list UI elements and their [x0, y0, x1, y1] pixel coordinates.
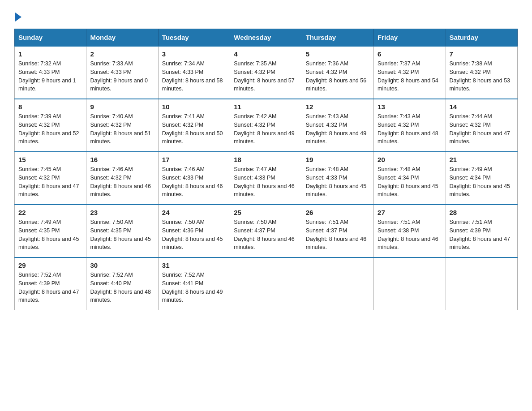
day-number: 18: [234, 156, 298, 163]
week-row-1: 1Sunrise: 7:32 AMSunset: 4:33 PMDaylight…: [15, 46, 518, 99]
day-info: Sunrise: 7:52 AMSunset: 4:40 PMDaylight:…: [90, 271, 154, 304]
day-number: 24: [162, 209, 226, 216]
calendar-cell: [230, 257, 302, 310]
day-number: 12: [306, 103, 370, 111]
calendar-cell: 1Sunrise: 7:32 AMSunset: 4:33 PMDaylight…: [15, 46, 86, 99]
day-number: 17: [162, 156, 226, 163]
logo: [14, 11, 21, 21]
day-info: Sunrise: 7:51 AMSunset: 4:37 PMDaylight:…: [306, 218, 370, 252]
day-info: Sunrise: 7:47 AMSunset: 4:33 PMDaylight:…: [234, 165, 298, 199]
day-number: 28: [450, 209, 514, 216]
col-header-monday: Monday: [86, 29, 158, 47]
day-info: Sunrise: 7:45 AMSunset: 4:32 PMDaylight:…: [18, 165, 82, 199]
day-info: Sunrise: 7:37 AMSunset: 4:32 PMDaylight:…: [378, 60, 442, 93]
day-number: 23: [90, 209, 154, 216]
day-info: Sunrise: 7:38 AMSunset: 4:32 PMDaylight:…: [450, 60, 514, 93]
day-info: Sunrise: 7:41 AMSunset: 4:32 PMDaylight:…: [162, 112, 226, 146]
calendar-cell: 31Sunrise: 7:52 AMSunset: 4:41 PMDayligh…: [158, 257, 230, 310]
day-number: 25: [234, 209, 298, 216]
day-info: Sunrise: 7:44 AMSunset: 4:32 PMDaylight:…: [450, 112, 514, 146]
calendar-cell: 7Sunrise: 7:38 AMSunset: 4:32 PMDaylight…: [446, 46, 517, 99]
day-info: Sunrise: 7:40 AMSunset: 4:32 PMDaylight:…: [90, 112, 154, 146]
day-number: 4: [234, 50, 298, 58]
calendar-cell: 2Sunrise: 7:33 AMSunset: 4:33 PMDaylight…: [86, 46, 158, 99]
day-info: Sunrise: 7:39 AMSunset: 4:32 PMDaylight:…: [18, 112, 82, 146]
calendar-cell: 13Sunrise: 7:43 AMSunset: 4:32 PMDayligh…: [374, 99, 446, 152]
day-info: Sunrise: 7:50 AMSunset: 4:36 PMDaylight:…: [162, 218, 226, 252]
calendar-cell: 10Sunrise: 7:41 AMSunset: 4:32 PMDayligh…: [158, 99, 230, 152]
day-number: 13: [378, 103, 442, 111]
day-info: Sunrise: 7:42 AMSunset: 4:32 PMDaylight:…: [234, 112, 298, 146]
calendar-cell: 16Sunrise: 7:46 AMSunset: 4:32 PMDayligh…: [86, 152, 158, 205]
day-info: Sunrise: 7:50 AMSunset: 4:35 PMDaylight:…: [90, 218, 154, 252]
col-header-wednesday: Wednesday: [230, 29, 302, 47]
calendar-cell: [302, 257, 373, 310]
week-row-4: 22Sunrise: 7:49 AMSunset: 4:35 PMDayligh…: [15, 205, 518, 257]
calendar-cell: 27Sunrise: 7:51 AMSunset: 4:38 PMDayligh…: [374, 205, 446, 257]
col-header-tuesday: Tuesday: [158, 29, 230, 47]
day-number: 19: [306, 156, 370, 163]
day-info: Sunrise: 7:46 AMSunset: 4:32 PMDaylight:…: [90, 165, 154, 199]
day-number: 1: [18, 50, 82, 58]
day-number: 14: [450, 103, 514, 111]
day-info: Sunrise: 7:32 AMSunset: 4:33 PMDaylight:…: [18, 60, 82, 93]
calendar-header-row: SundayMondayTuesdayWednesdayThursdayFrid…: [15, 29, 518, 47]
day-number: 26: [306, 209, 370, 216]
calendar-cell: 9Sunrise: 7:40 AMSunset: 4:32 PMDaylight…: [86, 99, 158, 152]
calendar-cell: [374, 257, 446, 310]
day-info: Sunrise: 7:48 AMSunset: 4:34 PMDaylight:…: [378, 165, 442, 199]
day-info: Sunrise: 7:49 AMSunset: 4:35 PMDaylight:…: [18, 218, 82, 252]
day-number: 16: [90, 156, 154, 163]
day-number: 7: [450, 50, 514, 58]
day-number: 6: [378, 50, 442, 58]
page-header: [14, 11, 518, 21]
calendar-cell: 12Sunrise: 7:43 AMSunset: 4:32 PMDayligh…: [302, 99, 373, 152]
day-info: Sunrise: 7:52 AMSunset: 4:39 PMDaylight:…: [18, 271, 82, 304]
day-info: Sunrise: 7:48 AMSunset: 4:33 PMDaylight:…: [306, 165, 370, 199]
calendar-cell: 21Sunrise: 7:49 AMSunset: 4:34 PMDayligh…: [446, 152, 517, 205]
day-info: Sunrise: 7:46 AMSunset: 4:33 PMDaylight:…: [162, 165, 226, 199]
calendar-cell: 18Sunrise: 7:47 AMSunset: 4:33 PMDayligh…: [230, 152, 302, 205]
col-header-sunday: Sunday: [15, 29, 86, 47]
calendar-cell: 5Sunrise: 7:36 AMSunset: 4:32 PMDaylight…: [302, 46, 373, 99]
calendar-cell: 30Sunrise: 7:52 AMSunset: 4:40 PMDayligh…: [86, 257, 158, 310]
calendar-cell: 25Sunrise: 7:50 AMSunset: 4:37 PMDayligh…: [230, 205, 302, 257]
week-row-5: 29Sunrise: 7:52 AMSunset: 4:39 PMDayligh…: [15, 257, 518, 310]
day-number: 22: [18, 209, 82, 216]
day-number: 15: [18, 156, 82, 163]
day-number: 27: [378, 209, 442, 216]
logo-arrow-icon: [15, 13, 21, 21]
day-number: 20: [378, 156, 442, 163]
day-number: 2: [90, 50, 154, 58]
day-info: Sunrise: 7:51 AMSunset: 4:38 PMDaylight:…: [378, 218, 442, 252]
calendar-cell: 28Sunrise: 7:51 AMSunset: 4:39 PMDayligh…: [446, 205, 517, 257]
calendar-cell: 6Sunrise: 7:37 AMSunset: 4:32 PMDaylight…: [374, 46, 446, 99]
calendar-cell: [446, 257, 517, 310]
calendar-cell: 29Sunrise: 7:52 AMSunset: 4:39 PMDayligh…: [15, 257, 86, 310]
calendar-cell: 22Sunrise: 7:49 AMSunset: 4:35 PMDayligh…: [15, 205, 86, 257]
day-number: 29: [18, 261, 82, 269]
calendar-cell: 23Sunrise: 7:50 AMSunset: 4:35 PMDayligh…: [86, 205, 158, 257]
day-number: 30: [90, 261, 154, 269]
calendar-cell: 4Sunrise: 7:35 AMSunset: 4:32 PMDaylight…: [230, 46, 302, 99]
day-info: Sunrise: 7:34 AMSunset: 4:33 PMDaylight:…: [162, 60, 226, 93]
day-number: 31: [162, 261, 226, 269]
week-row-2: 8Sunrise: 7:39 AMSunset: 4:32 PMDaylight…: [15, 99, 518, 152]
day-info: Sunrise: 7:35 AMSunset: 4:32 PMDaylight:…: [234, 60, 298, 93]
day-info: Sunrise: 7:52 AMSunset: 4:41 PMDaylight:…: [162, 271, 226, 304]
calendar-cell: 3Sunrise: 7:34 AMSunset: 4:33 PMDaylight…: [158, 46, 230, 99]
calendar-cell: 20Sunrise: 7:48 AMSunset: 4:34 PMDayligh…: [374, 152, 446, 205]
col-header-thursday: Thursday: [302, 29, 373, 47]
day-number: 5: [306, 50, 370, 58]
col-header-saturday: Saturday: [446, 29, 517, 47]
calendar-cell: 19Sunrise: 7:48 AMSunset: 4:33 PMDayligh…: [302, 152, 373, 205]
day-info: Sunrise: 7:51 AMSunset: 4:39 PMDaylight:…: [450, 218, 514, 252]
day-number: 3: [162, 50, 226, 58]
col-header-friday: Friday: [374, 29, 446, 47]
calendar-cell: 8Sunrise: 7:39 AMSunset: 4:32 PMDaylight…: [15, 99, 86, 152]
day-info: Sunrise: 7:36 AMSunset: 4:32 PMDaylight:…: [306, 60, 370, 93]
day-number: 21: [450, 156, 514, 163]
day-info: Sunrise: 7:33 AMSunset: 4:33 PMDaylight:…: [90, 60, 154, 93]
week-row-3: 15Sunrise: 7:45 AMSunset: 4:32 PMDayligh…: [15, 152, 518, 205]
calendar-cell: 15Sunrise: 7:45 AMSunset: 4:32 PMDayligh…: [15, 152, 86, 205]
